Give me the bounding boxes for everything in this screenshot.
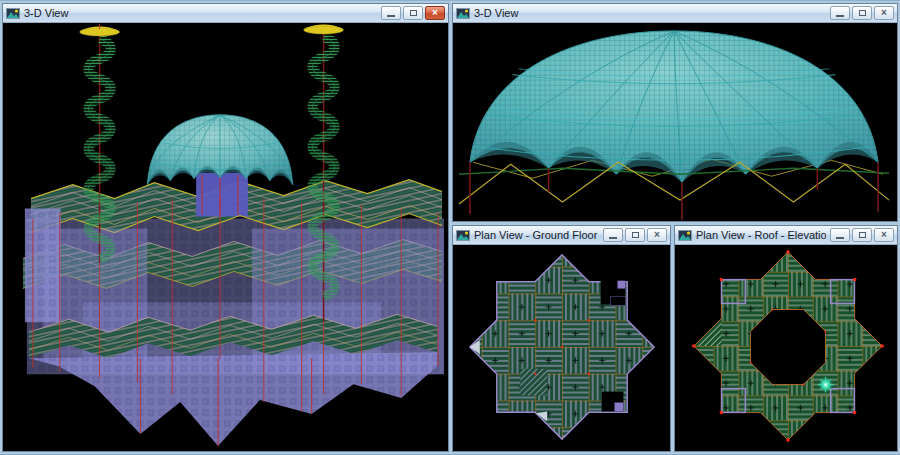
dome-drum	[196, 173, 248, 217]
restore-icon	[632, 232, 639, 238]
minimize-button[interactable]	[830, 6, 850, 20]
canvas-plan-roof[interactable]	[675, 245, 897, 451]
mdi-client-area: 3-D View ×	[0, 0, 900, 455]
view-window-icon	[456, 8, 470, 19]
window-controls: ×	[830, 6, 894, 20]
window-3d-view-main: 3-D View ×	[2, 3, 449, 452]
window-title: 3-D View	[474, 4, 826, 22]
minimize-icon	[836, 15, 844, 17]
minimize-button[interactable]	[381, 6, 401, 20]
window-3d-view-dome: 3-D View ×	[452, 3, 898, 222]
close-button[interactable]: ×	[874, 6, 894, 20]
window-title: Plan View - Ground Floor - Elevation 948…	[474, 226, 599, 244]
window-controls: ×	[603, 228, 667, 242]
titlebar-plan-ground[interactable]: Plan View - Ground Floor - Elevation 948…	[453, 226, 670, 245]
minimize-icon	[836, 237, 844, 239]
close-button[interactable]: ×	[874, 228, 894, 242]
sun-icon-shape	[15, 9, 18, 12]
wall-tower-left	[25, 209, 61, 323]
restore-icon	[410, 10, 417, 16]
window-plan-ground: Plan View - Ground Floor - Elevation 948…	[452, 225, 671, 452]
canvas-3d-view-main[interactable]	[3, 23, 448, 451]
minimize-icon	[609, 237, 617, 239]
restore-icon	[859, 232, 866, 238]
close-button[interactable]: ×	[647, 228, 667, 242]
titlebar-3d-view-main[interactable]: 3-D View ×	[3, 4, 448, 23]
close-icon: ×	[881, 230, 887, 240]
titlebar-plan-roof[interactable]: Plan View - Roof - Elevation 958.82 ×	[675, 226, 897, 245]
restore-button[interactable]	[403, 6, 423, 20]
close-button[interactable]: ×	[425, 6, 445, 20]
model-3d-mosque	[3, 23, 448, 451]
window-title: Plan View - Roof - Elevation 958.82	[696, 226, 826, 244]
view-window-icon	[6, 8, 20, 19]
model-3d-dome	[453, 23, 897, 221]
plan-ground-star	[453, 245, 670, 451]
view-window-icon	[456, 230, 470, 241]
minimize-button[interactable]	[603, 228, 623, 242]
canvas-3d-view-dome[interactable]	[453, 23, 897, 221]
window-plan-roof: Plan View - Roof - Elevation 958.82 ×	[674, 225, 898, 452]
canvas-plan-ground[interactable]	[453, 245, 670, 451]
restore-button[interactable]	[625, 228, 645, 242]
close-icon: ×	[881, 8, 887, 18]
close-icon: ×	[432, 8, 438, 18]
window-title: 3-D View	[24, 4, 377, 22]
titlebar-3d-view-dome[interactable]: 3-D View ×	[453, 4, 897, 23]
minimize-icon	[387, 15, 395, 17]
view-window-icon	[678, 230, 692, 241]
minimize-button[interactable]	[830, 228, 850, 242]
restore-icon	[859, 10, 866, 16]
plan-roof-star	[675, 245, 897, 451]
window-controls: ×	[830, 228, 894, 242]
diagonal-panel	[520, 369, 547, 396]
close-icon: ×	[654, 230, 660, 240]
restore-button[interactable]	[852, 228, 872, 242]
selection-starburst[interactable]	[818, 377, 834, 393]
window-controls: ×	[381, 6, 445, 20]
restore-button[interactable]	[852, 6, 872, 20]
